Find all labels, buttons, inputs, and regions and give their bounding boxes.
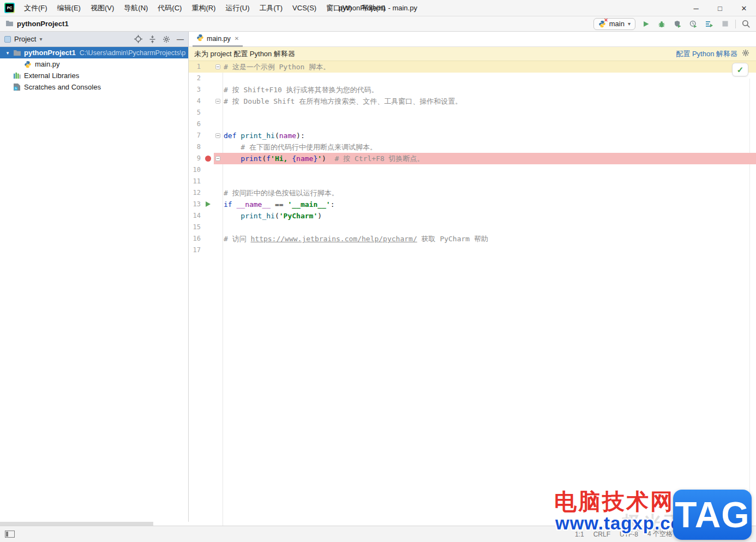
code-line-7[interactable]: 7def print_hi(name): [189,130,756,141]
tree-item-path: C:\Users\admin\PycharmProjects\p [80,49,186,57]
menu-item-5[interactable]: 重构(R) [187,0,220,16]
code-line-8[interactable]: 8 # 在下面的代码行中使用断点来调试脚本。 [189,141,756,153]
line-number[interactable]: 17 [189,245,201,256]
folder-icon [5,19,14,29]
line-number[interactable]: 12 [189,187,201,199]
line-number[interactable]: 9 [189,153,201,164]
hide-panel-icon[interactable]: — [177,35,184,43]
configure-interpreter-link[interactable]: 配置 Python 解释器 [676,49,737,59]
code-line-3[interactable]: 3# 按 Shift+F10 执行或将其替换为您的代码。 [189,84,756,96]
gear-icon[interactable] [742,49,749,59]
code-line-12[interactable]: 12# 按间距中的绿色按钮以运行脚本。 [189,187,756,199]
maximize-button[interactable]: □ [708,0,732,16]
code-line-9[interactable]: 9 print(f'Hi, {name}') # 按 Ctrl+F8 切换断点。 [189,153,756,164]
menu-item-3[interactable]: 导航(N) [119,0,153,16]
menu-item-0[interactable]: 文件(F) [19,0,52,16]
code-line-5[interactable]: 5 [189,107,756,118]
line-number[interactable]: 4 [189,96,201,107]
menu-item-1[interactable]: 编辑(E) [52,0,86,16]
code-line-17[interactable]: 17 [189,245,756,256]
breakpoint-icon[interactable] [205,156,211,162]
code-token: ) [317,212,322,220]
code-token: { [292,154,296,163]
code-line-6[interactable]: 6 [189,118,756,130]
menu-item-6[interactable]: 运行(U) [220,0,254,16]
run-configuration-selector[interactable]: ✕ main ▾ [593,18,635,30]
fold-marker-icon[interactable] [215,133,220,138]
breadcrumb-project-name: pythonProject1 [17,20,69,28]
status-item-2[interactable]: UTF-8 [620,531,638,538]
line-number[interactable]: 10 [189,164,201,176]
line-number[interactable]: 6 [189,118,201,130]
line-number[interactable]: 5 [189,107,201,118]
line-number[interactable]: 8 [189,141,201,153]
code-token: == [271,200,287,209]
code-token [224,212,241,220]
tab-main-py[interactable]: main.py ✕ [193,32,243,47]
panel-horizontal-scrollbar[interactable] [0,522,153,526]
debug-button[interactable] [656,19,667,29]
code-line-16[interactable]: 16# 访问 https://www.jetbrains.com/help/py… [189,233,756,245]
tree-item-scratches-and-consoles[interactable]: Scratches and Consoles [0,81,188,93]
line-number[interactable]: 1 [189,61,201,73]
window-title: pythonProject1 - main.py [339,0,417,16]
status-item-4[interactable]: <无解释器> [682,529,716,539]
collapse-all-icon[interactable] [149,35,156,43]
line-number[interactable]: 7 [189,130,201,141]
menu-item-4[interactable]: 代码(C) [153,0,187,16]
notifications-icon[interactable] [740,531,747,539]
project-panel-header: Project ▾ — [0,32,189,47]
fold-marker-icon[interactable] [215,99,220,104]
inspection-ok-widget[interactable]: ✓ [732,63,748,76]
tool-window-toggle-icon[interactable] [5,531,15,539]
titlebar: PC 文件(F)编辑(E)视图(V)导航(N)代码(C)重构(R)运行(U)工具… [0,0,756,16]
run-line-icon[interactable] [206,201,211,207]
search-everywhere-icon[interactable] [741,19,752,29]
tab-close-icon[interactable]: ✕ [235,35,239,41]
chevron-down-icon[interactable]: ▾ [3,50,12,56]
line-number[interactable]: 16 [189,233,201,245]
chevron-down-icon: ▾ [628,21,631,27]
close-button[interactable]: ✕ [732,0,756,16]
line-number[interactable]: 15 [189,222,201,233]
code-token: __name__ [236,200,271,209]
run-concurrency-button[interactable] [704,19,715,29]
code-line-2[interactable]: 2 [189,73,756,84]
breadcrumb[interactable]: pythonProject1 [5,16,69,31]
code-line-10[interactable]: 10 [189,164,756,176]
menu-item-8[interactable]: VCS(S) [287,0,321,16]
gear-icon[interactable] [163,35,170,43]
fold-marker-icon[interactable] [215,156,220,161]
locate-file-icon[interactable] [134,35,142,43]
toolbar-separator [735,20,736,28]
line-number[interactable]: 13 [189,199,201,210]
tree-item-external-libraries[interactable]: External Libraries [0,70,188,81]
fold-marker-icon[interactable] [215,64,220,69]
status-item-3[interactable]: 4 个空格 [647,529,673,539]
menu-item-2[interactable]: 视图(V) [86,0,119,16]
code-editor[interactable]: 1# 这是一个示例 Python 脚本。23# 按 Shift+F10 执行或将… [189,61,756,526]
project-panel-title[interactable]: Project [14,35,36,43]
code-line-1[interactable]: 1# 这是一个示例 Python 脚本。 [189,61,756,73]
code-line-4[interactable]: 4# 按 Double Shift 在所有地方搜索类、文件、工具窗口、操作和设置… [189,96,756,107]
code-line-11[interactable]: 11 [189,176,756,187]
minimize-button[interactable]: ─ [684,0,708,16]
run-button[interactable] [640,19,651,29]
tree-item-pythonproject1[interactable]: ▾pythonProject1C:\Users\admin\PycharmPro… [0,47,188,58]
code-line-14[interactable]: 14 print_hi('PyCharm') [189,210,756,222]
code-line-13[interactable]: 13if __name__ == '__main__': [189,199,756,210]
tree-item-main-py[interactable]: main.py [0,58,188,70]
line-number[interactable]: 2 [189,73,201,84]
lock-icon[interactable] [725,531,731,539]
run-with-coverage-button[interactable] [672,19,683,29]
menu-item-7[interactable]: 工具(T) [254,0,287,16]
line-number[interactable]: 11 [189,176,201,187]
status-item-1[interactable]: CRLF [593,531,610,538]
code-token: 获取 PyCharm 帮助 [417,235,488,243]
line-number[interactable]: 3 [189,84,201,96]
profiler-button[interactable] [688,19,699,29]
line-number[interactable]: 14 [189,210,201,222]
chevron-down-icon[interactable]: ▾ [39,36,42,42]
code-line-15[interactable]: 15 [189,222,756,233]
status-item-0[interactable]: 1:1 [575,531,584,538]
